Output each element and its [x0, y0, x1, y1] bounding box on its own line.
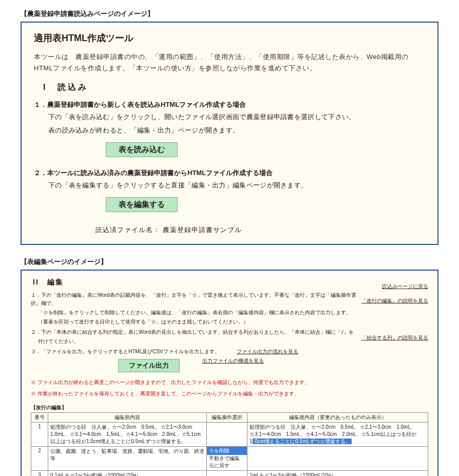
cell-before: 0.1mLを☆1〜3か所/株（1000mL/10a） [48, 471, 207, 476]
link-output-structure[interactable]: 出力ファイルの構成を見る [202, 358, 264, 364]
step1-heading: １．農薬登録申請書から新しく表を読込みHTMLファイル作成する場合 [34, 100, 425, 109]
table-row: 1処理部のつる径 注入量、☆〜2.0cm 0.5mL、☆2.1〜3.0cm 1.… [31, 423, 428, 447]
link-kaigyo-help[interactable]: 「改行の編集」の説明を見る [361, 297, 428, 304]
loaded-file-row: 読込済ファイル名： 農薬登録申請書サンプル [95, 225, 425, 235]
edit-p2a: ２．下の「本体の表に結合する列の指定」表にWord表の見出しを抽出しています。結… [31, 328, 356, 336]
file-output-button[interactable]: ファイル出力 [118, 359, 180, 372]
cell-operation-select[interactable] [207, 423, 247, 447]
th-before: 編集前内容 [48, 413, 207, 423]
cell-number: 1 [31, 423, 48, 447]
op-menu-item[interactable]: 元に戻す [209, 462, 245, 469]
note-1: ※ ファイル出力が終わると再度このページが開きますので、出力したファイルを確認し… [31, 378, 428, 387]
cell-operation-select[interactable]: ☆を削除手動きで編集元に戻す [207, 447, 247, 471]
cell-after: 1mLを☆1〜3か所/株（1000mL/10a） [247, 471, 428, 476]
caption-load-page: 【農薬登録申請書読込みページのイメージ】 [21, 9, 438, 18]
edit-p2b: 付けてください。 [38, 337, 356, 346]
load-table-button[interactable]: 表を読み込む [106, 142, 178, 157]
note-2: ※ 作業が終わったファイルを保存しておくと、再度開き直して、このページからファイ… [31, 390, 428, 398]
link-merge-help[interactable]: 「結合する列」の説明を見る [361, 334, 428, 341]
cell-number: 3 [31, 471, 48, 476]
loaded-file-label: 読込済ファイル名： [95, 226, 160, 234]
cell-before: 処理部のつる径 注入量、☆〜2.0cm 0.5mL、☆2.1〜3.0cm 1.0… [48, 423, 207, 447]
cell-after: 処理部のつる径 注入量、☆〜2.0cm 0.5mL、☆2.1〜3.0cm 1.0… [247, 423, 428, 447]
th-after: 編集後内容（変更のあったもののみ表示） [247, 413, 428, 423]
back-to-load-link[interactable]: 読込みページに戻る [382, 283, 428, 290]
edit-p3: ３．「ファイルを出力」をクリックするとHTML及びCSVファイルを出力します。 … [31, 348, 428, 356]
link-output-flow[interactable]: ファイル出力の流れを見る [237, 349, 298, 354]
edit-page-frame: II 編集 読込みページに戻る １．下の「改行の編集」表にWord表の記載内容を… [21, 270, 438, 476]
caption-edit-page: 【表編集ページのイメージ】 [21, 257, 438, 266]
edit-p3-text: ３．「ファイルを出力」をクリックするとHTML及びCSVファイルを出力します。 [31, 349, 220, 354]
edit-p1c: （要素を区切って改行する目印として使用する「☆」はそのまま残しておいてください。… [38, 318, 356, 326]
tool-description: 本ツールは 農薬登録申請書の中の、「運用の範囲」、「使用方法」、「使用期限」等を… [34, 51, 425, 74]
step2-heading: ２．本ツールに読み込み済みの農薬登録申請書からHTMLファイル作成する場合 [34, 168, 425, 178]
loaded-file-value: 農薬登録申請書サンプル [163, 226, 242, 234]
step1-text-2: 表の読み込みが終わると、「編集・出力」ページが開きます。 [48, 125, 425, 136]
th-number: 番号 [31, 413, 48, 423]
op-menu-item[interactable]: ☆を削除 [207, 447, 247, 455]
table-row: 30.1mLを☆1〜3か所/株（1000mL/10a）1mLを☆1〜3か所/株（… [31, 471, 428, 476]
op-menu-item[interactable]: 手動きで編集 [209, 455, 245, 462]
step2-text: 下の「表を編集する」をクリックすると直接「編集・出力」編集ページが開きます。 [48, 180, 425, 191]
section-i-heading: I 読込み [43, 82, 425, 93]
tool-title: 適用表HTML作成ツール [34, 32, 425, 44]
edit-table-caption: 【改行の編集】 [31, 404, 428, 411]
table-row: 2公園、庭園、堤とう、駐車場、道路、運動場、宅地、のり面、鉄道 等☆を削除手動き… [31, 447, 428, 471]
edit-p1a: １．下の「改行の編集」表にWord表の記載内容を、「改行」文字を「☆」で置き換え… [31, 291, 356, 308]
cell-number: 2 [31, 447, 48, 471]
cell-after [247, 447, 428, 471]
load-page-frame: 適用表HTML作成ツール 本ツールは 農薬登録申請書の中の、「運用の範囲」、「使… [21, 22, 438, 245]
section-ii-heading: II 編集 [33, 278, 64, 287]
cell-before: 公園、庭園、堤とう、駐車場、道路、運動場、宅地、のり面、鉄道 等 [48, 447, 207, 471]
linebreak-edit-table: 番号 編集前内容 編集操作選択 編集後内容（変更のあったもののみ表示） 1処理部… [31, 412, 428, 476]
step1-text-1: 下の「表を読み込む」をクリックし、開いたファイル選択画面で農薬登録申請書を選択し… [48, 111, 425, 123]
cell-operation-select[interactable] [207, 471, 247, 476]
edit-table-button[interactable]: 表を編集する [106, 197, 178, 212]
th-operation: 編集操作選択 [207, 413, 247, 423]
edit-p1b: 「☆を削除」をクリックして削除してください。編集後は、「改行の編集」表右側の「編… [38, 309, 356, 317]
